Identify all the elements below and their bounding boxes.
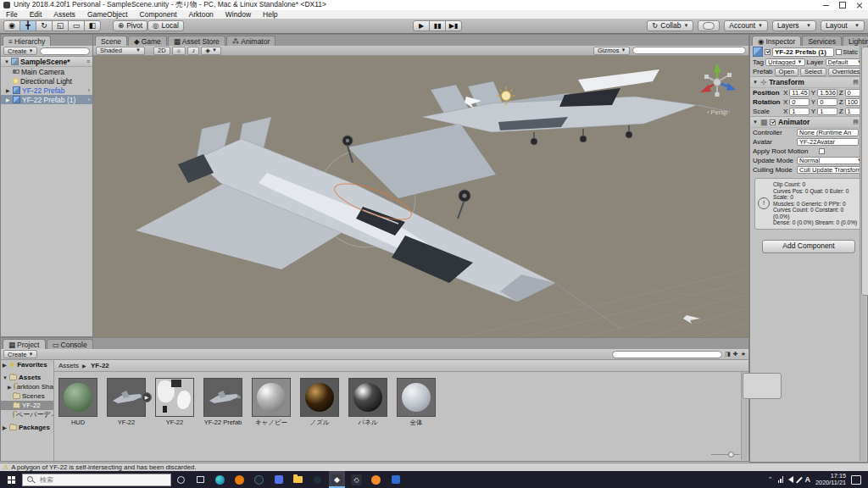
rotate-tool-button[interactable]: ↻ <box>36 20 53 31</box>
inspector-scrollbar[interactable] <box>860 46 866 461</box>
tab-inspector[interactable]: ◉Inspector <box>752 36 801 46</box>
orientation-gizmo[interactable]: ‹ Persp <box>694 59 740 112</box>
tab-scene[interactable]: Scene <box>95 36 127 46</box>
asset-yf22-texture[interactable]: YF-22 <box>154 378 195 426</box>
taskbar-unity-hub-icon[interactable]: ◇ <box>348 471 364 488</box>
sun-gizmo[interactable] <box>497 86 515 105</box>
asset-canopy-material[interactable]: キャノピー <box>251 378 292 427</box>
step-button[interactable]: ▶▮ <box>445 20 462 31</box>
favorite-search-icon[interactable]: ★ <box>741 351 746 358</box>
position-x-field[interactable]: 11.45 <box>789 89 809 97</box>
hand-tool-button[interactable]: ◉ <box>3 20 20 31</box>
slider-thumb[interactable] <box>728 452 734 458</box>
gizmos-dropdown[interactable]: Gizmos▼ <box>593 47 630 55</box>
hierarchy-search-input[interactable] <box>40 47 90 55</box>
taskbar-steam-icon[interactable] <box>251 471 267 488</box>
tree-item-assets[interactable]: ▼ Assets <box>1 373 53 382</box>
hidden-icons-chevron[interactable]: ⌃ <box>768 476 773 483</box>
prefab-chevron-icon[interactable]: › <box>88 87 90 93</box>
asset-yf22-model[interactable]: ▶ YF-22 <box>106 378 147 426</box>
controller-object-field[interactable]: None (Runtime An <box>797 129 859 136</box>
transform-component-header[interactable]: ▼ ⊹ Transform ▤≡ <box>750 76 867 88</box>
breadcrumb-assets[interactable]: Assets <box>58 362 79 369</box>
tab-project[interactable]: ▦Project <box>3 339 46 349</box>
tab-hierarchy[interactable]: ≡Hierarchy <box>3 36 51 46</box>
hierarchy-item-yf22-prefab[interactable]: ▶ YF-22 Prefab › <box>1 86 92 95</box>
search-by-label-icon[interactable]: ✚ <box>733 351 738 358</box>
pause-button[interactable]: ▮▮ <box>429 20 446 31</box>
tab-services[interactable]: Services <box>802 36 842 46</box>
rect-tool-button[interactable]: ▭ <box>68 20 85 31</box>
position-y-field[interactable]: 1.536 <box>817 89 837 97</box>
scrollbar-thumb[interactable] <box>861 47 868 296</box>
menu-edit[interactable]: Edit <box>24 10 48 19</box>
tab-lighting[interactable]: Lighting <box>843 36 868 46</box>
2d-toggle-button[interactable]: 2D <box>153 47 170 55</box>
expand-arrow-icon[interactable]: ▶ <box>6 97 11 103</box>
hierarchy-item-yf22-prefab-1-selected[interactable]: ▶ YF-22 Prefab (1) › <box>1 95 92 104</box>
move-tool-button[interactable]: ╋ <box>19 20 36 31</box>
menu-gameobject[interactable]: GameObject <box>81 10 134 19</box>
foldout-icon[interactable]: ▼ <box>753 119 758 125</box>
menu-assets[interactable]: Assets <box>47 10 81 19</box>
scene-header-row[interactable]: ▼ SampleScene* ≡ <box>1 57 92 67</box>
collapse-arrow-icon[interactable]: ▼ <box>3 375 8 380</box>
thumbnail-size-slider[interactable] <box>711 451 740 458</box>
tab-console[interactable]: ▭Console <box>47 339 93 349</box>
asset-whole-material[interactable]: 全体 <box>396 378 437 427</box>
scene-menu-icon[interactable]: ≡ <box>86 58 90 64</box>
asset-nozzle-material[interactable]: ノズル <box>299 378 340 427</box>
add-component-button[interactable]: Add Component <box>762 240 855 253</box>
rotation-y-field[interactable]: 0 <box>817 98 837 106</box>
apply-root-motion-checkbox[interactable] <box>819 148 825 154</box>
tree-item-arktoon[interactable]: ▶ arktoon Sha <box>1 382 53 391</box>
animator-component-header[interactable]: ▼ ▦ Animator ▤≡ <box>750 116 867 128</box>
tree-item-yf22-selected[interactable]: YF-22 <box>1 401 53 410</box>
tree-item-favorites[interactable]: ▶ ★ Favorites <box>1 360 53 369</box>
menu-arktoon[interactable]: Arktoon <box>183 10 220 19</box>
tag-dropdown[interactable]: Untagged▼ <box>765 58 805 66</box>
scrollbar-thumb[interactable] <box>743 373 782 399</box>
expand-arrow-icon[interactable]: ▶ <box>8 384 12 390</box>
prefab-chevron-icon[interactable]: › <box>88 97 90 103</box>
ime-indicator[interactable]: A <box>805 475 811 484</box>
scale-x-field[interactable]: 1 <box>789 108 809 115</box>
tab-game[interactable]: ◆Game <box>128 36 167 46</box>
menu-window[interactable]: Window <box>220 10 257 19</box>
tree-item-paper[interactable]: ペーパーディ <box>1 410 53 419</box>
tree-item-packages[interactable]: ▶ Packages <box>1 423 53 432</box>
hierarchy-create-dropdown[interactable]: Create▼ <box>3 47 37 55</box>
maximize-button[interactable] <box>834 0 851 10</box>
asset-panel-material[interactable]: パネル <box>348 378 388 427</box>
menu-component[interactable]: Component <box>134 10 183 19</box>
transform-tool-button[interactable]: ◧ <box>84 20 101 31</box>
layout-dropdown[interactable]: Layout▼ <box>821 20 865 31</box>
scene-viewport-3d[interactable]: ‹ Persp <box>93 56 748 338</box>
hierarchy-item-main-camera[interactable]: Main Camera <box>1 67 92 76</box>
rotation-x-field[interactable]: 0 <box>789 98 809 106</box>
collab-dropdown[interactable]: ↻Collab▼ <box>647 20 693 31</box>
project-create-dropdown[interactable]: Create▼ <box>3 350 37 358</box>
pivot-toggle-button[interactable]: ⊕Pivot <box>113 20 147 31</box>
scene-audio-toggle[interactable]: ♪ <box>187 47 199 55</box>
expand-arrow-icon[interactable]: ▶ <box>3 362 8 368</box>
project-search-input[interactable] <box>612 351 722 358</box>
taskbar-app-blue-icon[interactable] <box>387 471 403 488</box>
network-icon[interactable] <box>778 476 784 483</box>
culling-mode-dropdown[interactable]: Cull Update Transforms▼ <box>797 166 865 174</box>
taskbar-search-box[interactable] <box>22 474 171 486</box>
scale-tool-button[interactable]: ◱ <box>52 20 69 31</box>
menu-help[interactable]: Help <box>257 10 283 19</box>
foldout-icon[interactable]: ▼ <box>753 80 758 85</box>
scale-y-field[interactable]: 1 <box>817 108 837 115</box>
update-mode-dropdown[interactable]: Normal▼ <box>797 157 865 164</box>
search-by-type-icon[interactable]: ◨ <box>725 351 731 358</box>
foldout-icon[interactable]: ▼ <box>4 59 9 64</box>
static-checkbox[interactable] <box>836 49 842 55</box>
breadcrumb-yf22[interactable]: YF-22 <box>91 362 109 369</box>
taskbar-search-input[interactable] <box>38 475 166 485</box>
prefab-select-button[interactable]: Select <box>800 68 826 76</box>
help-icon[interactable]: ▤ <box>853 79 859 86</box>
tab-asset-store[interactable]: ▦Asset Store <box>168 36 225 46</box>
animator-enabled-checkbox[interactable] <box>770 119 776 125</box>
